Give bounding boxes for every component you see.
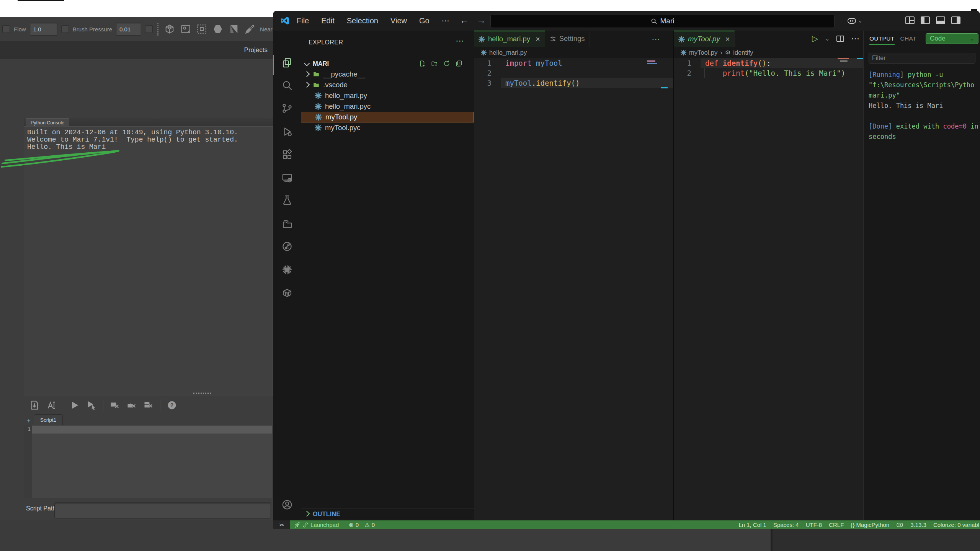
activity-run-debug-icon[interactable] [281, 126, 293, 137]
refresh-icon[interactable] [443, 60, 450, 67]
script-path-input[interactable] [54, 502, 271, 518]
status-item-crlf[interactable]: CRLF [829, 522, 844, 528]
status-item-colorize--0-variabl[interactable]: Colorize: 0 variabl [933, 522, 979, 528]
python-console-tab[interactable]: Python Console [26, 118, 69, 127]
scrollbar-indicator[interactable] [661, 87, 668, 88]
close-tab-icon[interactable]: × [536, 35, 540, 44]
toggle-primary-sidebar-icon[interactable] [921, 16, 930, 24]
export-script-icon[interactable] [29, 400, 40, 411]
problems-status-item[interactable]: ⊗ 0 ⚠ 0 [349, 522, 375, 528]
activity-explorer-icon[interactable] [281, 57, 293, 68]
activity-flower-icon[interactable] [281, 264, 293, 276]
activity-remote-explorer-icon[interactable] [281, 172, 293, 184]
code-line[interactable]: 2 [474, 68, 673, 78]
activity-search-icon[interactable] [281, 80, 293, 91]
menu-selection[interactable]: Selection [347, 16, 378, 25]
file-row-hello-mari-pyc[interactable]: hello_mari.pyc [301, 101, 474, 112]
toggle-secondary-sidebar-icon[interactable] [951, 16, 960, 24]
paint-brush-icon[interactable] [244, 23, 256, 35]
chevron-down-icon[interactable]: ⌄ [825, 36, 830, 42]
launchpad-status-item[interactable]: Launchpad [294, 522, 339, 528]
status-item-3-13-3[interactable]: 3.13.3 [910, 522, 926, 528]
transform-select-icon[interactable] [196, 23, 208, 35]
brush-pressure-checkbox[interactable] [61, 25, 69, 33]
run-script-icon[interactable] [69, 400, 80, 411]
editor-actions-more[interactable]: ⋯ [652, 34, 660, 44]
customize-layout-icon[interactable] [905, 16, 915, 24]
flow-checkbox[interactable] [2, 25, 10, 33]
activity-account-icon[interactable] [281, 499, 293, 510]
polygon-icon[interactable] [212, 23, 224, 35]
more-actions-icon[interactable]: ⋯ [851, 34, 859, 44]
clear-output-icon[interactable] [109, 400, 120, 411]
run-selected-icon[interactable] [86, 400, 97, 411]
activity-container-icon[interactable] [281, 287, 293, 298]
file-row-mytool-py[interactable]: myTool.py [301, 112, 474, 122]
code-line[interactable]: 3myTool.identify() [474, 78, 673, 88]
add-script-tab-button[interactable]: + [24, 417, 34, 425]
close-tab-icon[interactable]: × [725, 35, 730, 44]
extra-checkbox[interactable] [145, 25, 153, 33]
activity-folder-library-icon[interactable] [281, 218, 293, 229]
breadcrumb[interactable]: hello_mari.py [474, 47, 673, 58]
code-line[interactable]: 1import myTool [474, 58, 673, 68]
scrollbar-indicator[interactable] [857, 58, 864, 59]
output-lines[interactable]: [Running] python -u"f:\Resources\Scripts… [869, 70, 980, 525]
console-output-area[interactable]: Built on 2024-12-06 at 10:49, using Pyth… [24, 126, 273, 396]
command-center-search[interactable]: Mari [490, 14, 835, 28]
code-line[interactable]: 1def identify(): [674, 58, 863, 68]
nav-forward-arrow[interactable]: → [477, 15, 486, 26]
file-row-mytool-pyc[interactable]: myTool.pyc [301, 122, 474, 133]
splitter-handle[interactable] [193, 393, 211, 394]
collapse-folders-icon[interactable] [456, 60, 462, 67]
help-icon[interactable]: ? [167, 400, 177, 411]
menu-[interactable]: ⋯ [442, 16, 449, 25]
file-row-hello-mari-py[interactable]: hello_mari.py [301, 90, 474, 101]
file-row---pycache--[interactable]: __pycache__ [301, 69, 474, 80]
code-editor[interactable]: 1def identify():2 print("Hello. This is … [674, 58, 863, 529]
output-filter-input[interactable] [869, 53, 975, 64]
code-line[interactable]: 2 print("Hello. This is Mari") [674, 68, 863, 78]
file-row--vscode[interactable]: .vscode [301, 80, 474, 90]
minimap[interactable] [838, 58, 851, 81]
projects-tab[interactable]: Projects [244, 46, 268, 54]
flow-input[interactable] [30, 23, 57, 36]
clear-all-icon[interactable] [143, 400, 154, 411]
activity-testing-icon[interactable] [281, 194, 293, 206]
new-folder-icon[interactable] [431, 60, 438, 67]
brush-pressure-input[interactable] [116, 23, 141, 36]
clear-script-icon[interactable] [126, 400, 137, 411]
copilot-menu[interactable]: ⌄ [847, 17, 862, 24]
status-copilot-icon[interactable] [896, 522, 903, 528]
activity-circle-graph-icon[interactable] [281, 241, 293, 252]
output-channel-select[interactable]: Code ⌄ [926, 33, 978, 44]
script1-tab[interactable]: Script1 [34, 414, 63, 425]
menu-file[interactable]: File [297, 16, 309, 25]
status-item-utf-8[interactable]: UTF-8 [806, 522, 822, 528]
explorer-more-actions[interactable]: ⋯ [456, 36, 464, 46]
tab-settings[interactable]: Settings [545, 31, 590, 47]
tab-output[interactable]: OUTPUT [869, 31, 895, 47]
remote-indicator[interactable]: >< [273, 520, 290, 529]
shading-icon[interactable] [228, 23, 240, 35]
code-editor[interactable]: 1import myTool23myTool.identify() [474, 58, 673, 529]
script-editor[interactable]: 1 [24, 425, 273, 498]
activity-extensions-icon[interactable] [281, 149, 293, 160]
status-item-spaces--4[interactable]: Spaces: 4 [773, 522, 799, 528]
nav-back-arrow[interactable]: ← [460, 15, 469, 26]
image-icon[interactable] [180, 23, 192, 35]
tab-chat[interactable]: CHAT [900, 31, 916, 47]
wireframe-cube-icon[interactable] [163, 23, 176, 35]
workspace-section-header[interactable]: MARI [301, 58, 474, 69]
minimap[interactable] [647, 60, 660, 90]
run-python-file-icon[interactable]: ▷ [812, 34, 818, 43]
font-size-icon[interactable] [46, 400, 57, 411]
menu-edit[interactable]: Edit [321, 16, 334, 25]
outline-section[interactable]: OUTLINE [301, 508, 474, 520]
menu-go[interactable]: Go [419, 16, 430, 25]
status-item-ln-1--col-1[interactable]: Ln 1, Col 1 [738, 522, 766, 528]
breadcrumb[interactable]: myTool.py › identify [674, 47, 863, 58]
menu-view[interactable]: View [390, 16, 407, 25]
split-editor-icon[interactable] [836, 36, 844, 42]
tab-mytool[interactable]: myTool.py × [674, 31, 735, 47]
